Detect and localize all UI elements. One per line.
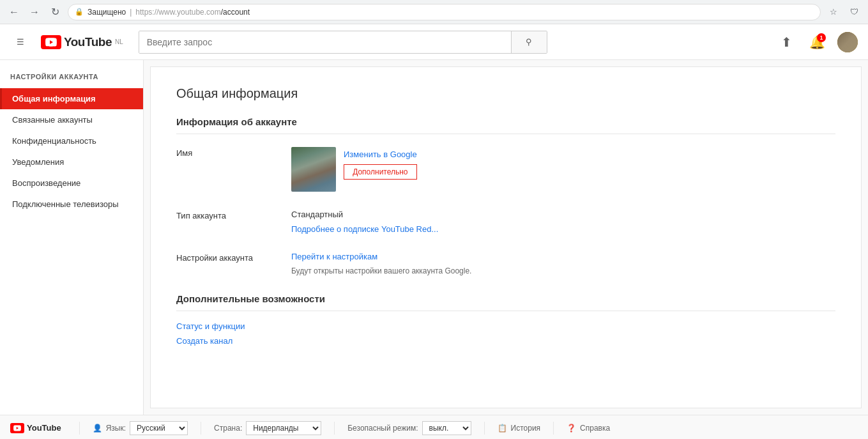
- sidebar-label-notifications: Уведомления: [12, 157, 64, 167]
- header-actions: ⬆ 🔔 1: [776, 32, 858, 52]
- footer-logo-icon: [10, 423, 24, 433]
- profile-photo-image: [291, 147, 336, 192]
- sidebar-item-linked-accounts[interactable]: Связанные аккаунты: [0, 109, 143, 130]
- footer-divider-3: [334, 422, 335, 435]
- avatar-image: [837, 32, 858, 52]
- photo-and-links: Изменить в Google Дополнительно: [291, 147, 417, 192]
- youtube-logo-icon: [41, 35, 61, 49]
- sidebar: НАСТРОЙКИ АККАУНТА Общая информация Связ…: [0, 60, 144, 415]
- country-select[interactable]: Нидерланды: [246, 421, 321, 435]
- search-button[interactable]: ⚲: [511, 31, 547, 53]
- shield-icon: 🛡: [846, 4, 862, 20]
- account-type-value: Стандартный Подробнее о подписке YouTube…: [291, 210, 438, 234]
- youtube-play-icon: [45, 38, 57, 47]
- name-label: Имя: [176, 147, 266, 158]
- advanced-links: Статус и функции Создать канал: [176, 321, 835, 346]
- create-channel-link[interactable]: Создать канал: [176, 336, 835, 346]
- user-avatar[interactable]: [837, 32, 858, 52]
- sidebar-item-general[interactable]: Общая информация: [0, 88, 143, 109]
- change-in-google-link[interactable]: Изменить в Google: [344, 150, 417, 159]
- search-bar[interactable]: ⚲: [139, 31, 547, 54]
- sidebar-label-general: Общая информация: [12, 94, 96, 104]
- page-footer: YouTube 👤 Язык: Русский Страна: Нидерлан…: [0, 415, 868, 439]
- help-label: Справка: [580, 424, 610, 433]
- back-button[interactable]: ←: [6, 4, 22, 20]
- advanced-title: Дополнительные возможности: [176, 293, 835, 311]
- search-input[interactable]: [139, 31, 511, 53]
- upload-button[interactable]: ⬆: [776, 32, 796, 52]
- search-icon: ⚲: [526, 37, 532, 47]
- forward-button[interactable]: →: [27, 4, 42, 20]
- account-info-section: Информация об аккаунте Имя Изменить в Go…: [176, 116, 835, 275]
- sidebar-label-privacy: Конфиденциальность: [12, 136, 96, 146]
- account-type-row: Тип аккаунта Стандартный Подробнее о под…: [176, 210, 835, 234]
- additional-button[interactable]: Дополнительно: [344, 164, 417, 180]
- url-display: https://www.youtube.com/account: [135, 8, 250, 17]
- footer-divider-2: [201, 422, 201, 435]
- footer-language[interactable]: 👤 Язык: Русский: [93, 421, 188, 435]
- sidebar-label-playback: Воспроизведение: [12, 178, 80, 188]
- url-secure-label: Защищено: [88, 8, 126, 17]
- safe-mode-select[interactable]: выкл.: [422, 421, 471, 435]
- sidebar-title: НАСТРОЙКИ АККАУНТА: [0, 73, 143, 88]
- lock-icon: 🔒: [75, 8, 84, 16]
- footer-help[interactable]: ❓ Справка: [567, 424, 610, 433]
- footer-divider-5: [553, 422, 554, 435]
- upload-icon: ⬆: [781, 35, 792, 50]
- bookmark-icon[interactable]: ☆: [826, 4, 841, 20]
- account-settings-value: Перейти к настройкам Будут открыты настр…: [291, 252, 471, 275]
- footer-country[interactable]: Страна: Нидерланды: [214, 421, 321, 435]
- footer-play-icon: [13, 425, 21, 431]
- sidebar-item-privacy[interactable]: Конфиденциальность: [0, 130, 143, 151]
- account-info-title: Информация об аккаунте: [176, 116, 835, 134]
- name-row: Имя Изменить в Google Дополнительно: [176, 147, 835, 192]
- address-bar[interactable]: 🔒 Защищено | https://www.youtube.com/acc…: [68, 4, 821, 20]
- sidebar-item-tvs[interactable]: Подключенные телевизоры: [0, 194, 143, 215]
- menu-button[interactable]: ☰: [10, 32, 31, 52]
- footer-safe-mode[interactable]: Безопасный режим: выкл.: [347, 421, 471, 435]
- main-content: Общая информация Информация об аккаунте …: [150, 66, 862, 408]
- sidebar-label-linked: Связанные аккаунты: [12, 115, 93, 125]
- footer-logo: YouTube: [10, 423, 61, 433]
- youtube-header: ☰ YouTubeNL ⚲ ⬆ 🔔 1: [0, 24, 868, 60]
- footer-divider-4: [484, 422, 485, 435]
- sidebar-label-tvs: Подключенные телевизоры: [12, 199, 119, 209]
- help-icon: ❓: [567, 424, 576, 433]
- account-settings-row: Настройки аккаунта Перейти к настройкам …: [176, 252, 835, 275]
- hamburger-icon: ☰: [17, 37, 24, 47]
- name-value: Изменить в Google Дополнительно: [291, 147, 417, 192]
- youtube-logo[interactable]: YouTubeNL: [41, 35, 123, 49]
- page-title: Общая информация: [176, 86, 835, 101]
- language-select[interactable]: Русский: [130, 421, 188, 435]
- sidebar-item-notifications[interactable]: Уведомления: [0, 151, 143, 173]
- notification-badge: 1: [817, 33, 826, 42]
- photo-links: Изменить в Google Дополнительно: [344, 147, 417, 180]
- footer-logo-text: YouTube: [27, 423, 61, 433]
- account-settings-label: Настройки аккаунта: [176, 252, 266, 263]
- safe-mode-label: Безопасный режим:: [347, 424, 418, 433]
- reload-button[interactable]: ↻: [47, 4, 63, 20]
- footer-divider-1: [79, 422, 80, 435]
- sidebar-item-playback[interactable]: Воспроизведение: [0, 173, 143, 194]
- advanced-section: Дополнительные возможности Статус и функ…: [176, 293, 835, 346]
- settings-description: Будут открыты настройки вашего аккаунта …: [291, 266, 471, 275]
- page-body: НАСТРОЙКИ АККАУНТА Общая информация Связ…: [0, 60, 868, 415]
- history-icon: 📋: [498, 424, 507, 433]
- language-label: Язык:: [106, 424, 126, 433]
- status-functions-link[interactable]: Статус и функции: [176, 321, 835, 331]
- account-type-label: Тип аккаунта: [176, 210, 266, 220]
- notifications-button[interactable]: 🔔 1: [807, 32, 827, 52]
- url-separator: |: [130, 8, 132, 17]
- country-label: Страна:: [214, 424, 242, 433]
- language-icon: 👤: [93, 424, 102, 433]
- logo-text: YouTube: [64, 35, 112, 49]
- youtube-red-link[interactable]: Подробнее о подписке YouTube Red...: [291, 224, 438, 234]
- history-label: История: [511, 424, 541, 433]
- footer-history[interactable]: 📋 История: [498, 424, 541, 433]
- go-to-settings-link[interactable]: Перейти к настройкам: [291, 252, 471, 261]
- account-type-text: Стандартный: [291, 210, 438, 219]
- profile-photo[interactable]: [291, 147, 336, 192]
- logo-suffix: NL: [115, 38, 123, 45]
- browser-chrome: ← → ↻ 🔒 Защищено | https://www.youtube.c…: [0, 0, 868, 24]
